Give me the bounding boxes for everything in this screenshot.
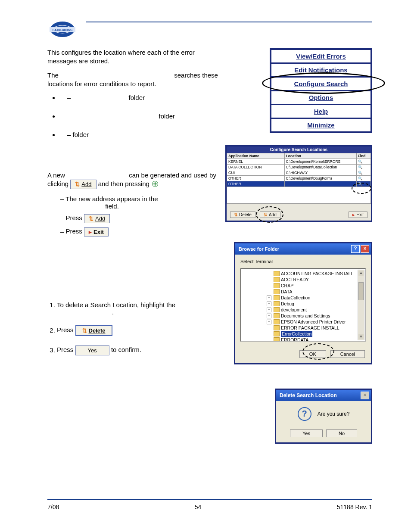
menu-minimize[interactable]: Minimize — [271, 119, 371, 131]
folder-item[interactable]: +DataCollection — [267, 295, 364, 301]
svg-text:FAIRBANKS: FAIRBANKS — [53, 28, 73, 32]
scrollbar[interactable]: ▲▼ — [358, 270, 364, 340]
folder-item[interactable]: +Debug — [267, 301, 364, 307]
magnify-icon[interactable]: 🔍 — [356, 181, 371, 187]
folder-item[interactable]: +Documents and Settings — [267, 313, 364, 319]
fairbanks-logo: FAIRBANKS — [47, 20, 78, 39]
folder-item[interactable]: +EPSON Advanced Printer Driver — [267, 319, 364, 325]
browse-label: Select Terminal — [240, 259, 366, 264]
cancel-button[interactable]: Cancel — [330, 350, 365, 358]
configure-search-window: Configure Search Locations Application N… — [225, 145, 372, 222]
folder-icon — [274, 271, 280, 276]
table-row[interactable]: GUIC:\HIGHWAY🔍 — [227, 170, 371, 176]
table-row[interactable]: OTHERC:\Development\DougForms🔍 — [227, 176, 371, 181]
folder-item[interactable]: ACCTREADY — [267, 277, 364, 283]
step-b: Press ⇅Add — [60, 214, 220, 223]
folder-icon — [274, 307, 280, 312]
add-button-inline[interactable]: ⇅Add — [70, 180, 96, 190]
yes-button-inline[interactable]: Yes — [75, 345, 109, 355]
folder-icon — [274, 283, 280, 288]
folder-item[interactable]: ErrorCollection — [267, 331, 364, 337]
table-row[interactable]: KERNELC:\Development\Kernel\ERRORS🔍 — [227, 159, 371, 165]
browse-window-title: Browse for Folder — [239, 246, 279, 252]
close-icon[interactable]: × — [361, 245, 369, 253]
config-window-title: Configure Search Locations — [227, 146, 371, 153]
no-button[interactable]: No — [326, 429, 357, 437]
folder-bullet-list: folder folder folder — [47, 94, 220, 138]
folder-icon — [274, 337, 280, 342]
table-row-selected[interactable]: OTHER🔍 — [227, 181, 371, 187]
header-rule — [86, 22, 372, 22]
delete-confirm-text: Are you sure? — [318, 411, 350, 417]
col-find: Find — [356, 153, 371, 159]
footer-docnum: 51188 Rev. 1 — [337, 504, 372, 510]
folder-icon — [274, 301, 280, 306]
footer-page: 54 — [195, 504, 202, 510]
question-icon: ? — [298, 407, 311, 421]
close-icon[interactable]: × — [361, 392, 369, 399]
table-row[interactable]: DATA COLLECTIONC:\Development\DataCollec… — [227, 165, 371, 170]
step-c: Press ▸Exit — [60, 227, 220, 236]
ok-button[interactable]: OK — [299, 350, 326, 358]
config-add-button[interactable]: ⇅Add — [260, 212, 280, 218]
magnify-icon[interactable]: 🔍 — [356, 170, 371, 176]
folder-item[interactable]: +development — [267, 307, 364, 313]
menu-help[interactable]: Help — [271, 105, 371, 119]
yes-button[interactable]: Yes — [290, 429, 323, 437]
folder-icon — [274, 295, 280, 300]
intro-text-1: This configures the location where each … — [47, 48, 220, 65]
magnify-icon[interactable]: 🔍 — [356, 159, 371, 165]
folder-tree[interactable]: ACCOUNTING PACKAGE INSTALLACCTREADYCRAPD… — [240, 268, 366, 342]
folder-icon — [274, 325, 280, 330]
folder-item[interactable]: DATA — [267, 289, 364, 295]
page-footer: 7/08 54 51188 Rev. 1 — [47, 499, 372, 510]
help-icon[interactable]: ? — [351, 245, 360, 253]
delete-steps: To delete a Search Location, highlight t… — [47, 301, 220, 355]
menu-edit-notif[interactable]: Edit Notifications — [271, 64, 371, 78]
config-delete-button[interactable]: ⇅Delete — [230, 212, 255, 218]
folder-icon — [274, 313, 280, 318]
step-a: The new address appears in the field. — [60, 195, 220, 210]
folder-item[interactable]: ERROR PACKAGE INSTALL — [267, 325, 364, 331]
folder-icon — [274, 319, 280, 324]
config-exit-button[interactable]: ▸Exit — [349, 212, 367, 218]
delete-location-dialog: Delete Search Location × ? Are you sure?… — [275, 389, 372, 444]
error-app-menu: View/Edit Errors Edit Notifications Conf… — [270, 48, 372, 133]
delete-dialog-title: Delete Search Location — [280, 392, 337, 398]
new-location-text: A new can be generated and used by click… — [47, 171, 220, 189]
menu-options[interactable]: Options — [271, 91, 371, 105]
menu-view-edit[interactable]: View/Edit Errors — [271, 50, 371, 64]
intro-text-2: The searches these locations for error c… — [47, 71, 220, 88]
folder-icon — [274, 331, 280, 336]
folder-item[interactable]: CRAP — [267, 283, 364, 289]
config-table: Application Name Location Find KERNELC:\… — [227, 153, 371, 187]
browse-folder-window: Browse for Folder ? × Select Terminal AC… — [234, 242, 372, 364]
magnify-icon[interactable]: 🔍 — [356, 176, 371, 181]
folder-item[interactable]: ACCOUNTING PACKAGE INSTALL — [267, 271, 364, 277]
folder-icon — [274, 289, 280, 294]
menu-configure-search[interactable]: Configure Search — [271, 78, 371, 91]
col-loc: Location — [284, 153, 356, 159]
folder-icon — [274, 277, 280, 282]
footer-date: 7/08 — [47, 504, 59, 510]
delete-button-inline[interactable]: ⇅Delete — [75, 325, 112, 336]
magnify-icon[interactable]: 🔍 — [356, 165, 371, 170]
magnify-plus-icon — [152, 181, 158, 187]
col-app: Application Name — [227, 153, 285, 159]
add-button-inline[interactable]: ⇅Add — [84, 214, 110, 223]
folder-item[interactable]: ERRORDATA — [267, 337, 364, 342]
exit-button-inline[interactable]: ▸Exit — [84, 227, 109, 236]
